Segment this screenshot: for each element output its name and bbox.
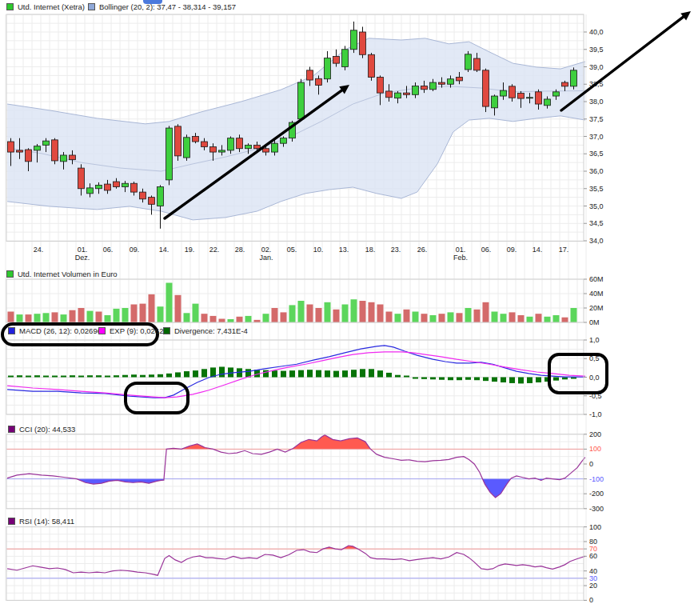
divergence-bar <box>421 378 427 379</box>
candle <box>342 50 349 67</box>
volume-bar <box>193 304 199 322</box>
divergence-swatch-icon <box>163 327 170 334</box>
divergence-bar <box>509 378 515 383</box>
svg-text:20: 20 <box>589 582 597 590</box>
svg-text:-1,0: -1,0 <box>589 410 602 418</box>
volume-bar <box>87 311 94 322</box>
svg-text:0: 0 <box>589 596 593 604</box>
volume-bar <box>465 308 472 322</box>
volume-bar <box>149 294 155 322</box>
candle <box>307 70 313 80</box>
candle <box>34 146 41 150</box>
svg-text:60M: 60M <box>589 275 604 283</box>
svg-text:23.: 23. <box>391 246 401 254</box>
candle <box>298 82 305 119</box>
candle <box>333 56 340 63</box>
divergence-bar <box>571 378 576 379</box>
svg-text:37,0: 37,0 <box>589 133 604 141</box>
candle <box>501 90 507 96</box>
volume-bar <box>52 312 58 322</box>
cci-legend-item: CCI (20): 44,533 <box>8 425 75 434</box>
divergence-bar <box>289 370 295 377</box>
exp-legend-item: EXP (9): 0,02621 <box>98 326 168 335</box>
divergence-bar <box>140 375 146 378</box>
divergence-bar <box>87 375 93 377</box>
svg-text:06.: 06. <box>481 246 492 254</box>
svg-text:01.: 01. <box>456 246 466 254</box>
divergence-bar <box>193 370 198 377</box>
candle <box>448 79 454 85</box>
candle <box>474 58 481 70</box>
volume-bar <box>544 317 551 322</box>
volume-bar <box>272 308 278 322</box>
volume-bar <box>289 305 296 322</box>
volume-bar <box>263 314 269 322</box>
svg-text:24.: 24. <box>34 246 44 254</box>
volume-bar <box>351 299 357 322</box>
divergence-bar <box>26 376 31 378</box>
candle <box>87 188 94 194</box>
divergence-bar <box>333 371 339 378</box>
volume-bar <box>518 315 524 322</box>
svg-text:34,0: 34,0 <box>589 237 604 245</box>
svg-text:19.: 19. <box>185 246 195 254</box>
volume-bar <box>386 312 393 323</box>
candle <box>17 150 23 152</box>
svg-text:-300: -300 <box>589 505 604 513</box>
candle <box>263 149 269 152</box>
divergence-bar <box>369 369 374 377</box>
volume-bar <box>316 308 322 322</box>
divergence-bar <box>307 370 313 377</box>
cci-swatch-icon <box>8 426 15 433</box>
candle <box>8 142 14 152</box>
volume-bar <box>43 313 50 322</box>
svg-text:100: 100 <box>589 523 601 531</box>
svg-text:0M: 0M <box>589 318 600 326</box>
divergence-bar <box>219 366 225 377</box>
volume-bar <box>96 312 102 323</box>
rsi-label: RSI (14): 58,411 <box>19 517 74 526</box>
candle <box>404 93 410 94</box>
volume-bar <box>439 314 445 322</box>
svg-text:26.: 26. <box>417 246 428 254</box>
volume-bar <box>342 305 349 323</box>
volume-bar <box>562 318 568 322</box>
volume-bar <box>298 301 305 322</box>
divergence-bar <box>395 375 401 378</box>
volume-bar <box>509 312 516 322</box>
candle <box>281 138 287 144</box>
volume-bar <box>219 319 225 323</box>
candle <box>492 96 498 108</box>
candle <box>439 82 445 84</box>
candle <box>193 137 199 142</box>
divergence-bar <box>386 373 392 378</box>
divergence-bar <box>184 371 189 377</box>
svg-text:18.: 18. <box>365 246 376 254</box>
volume-bar <box>158 306 164 322</box>
volume-bar <box>492 312 498 323</box>
volume-bar <box>421 314 428 322</box>
volume-bar <box>448 312 454 322</box>
volume-bar <box>483 302 489 322</box>
divergence-bar <box>70 375 75 377</box>
candle <box>518 94 524 99</box>
svg-text:200: 200 <box>589 430 601 438</box>
candle <box>228 138 234 150</box>
divergence-bar <box>342 370 348 377</box>
svg-text:Feb.: Feb. <box>453 254 468 262</box>
svg-text:01.: 01. <box>78 246 88 254</box>
candle <box>131 183 138 192</box>
candle <box>184 138 190 158</box>
candle <box>536 92 542 104</box>
bollinger-label: Bollinger (20, 2): 37,47 - 38,314 - 39,1… <box>99 2 236 11</box>
svg-text:36,0: 36,0 <box>589 167 604 175</box>
divergence-bar <box>448 378 453 381</box>
candle <box>210 147 217 153</box>
candle <box>96 185 102 188</box>
divergence-bar <box>518 378 524 384</box>
divergence-bar <box>413 378 418 379</box>
divergence-bar <box>166 374 172 378</box>
candle <box>219 150 225 152</box>
volume-swatch-icon <box>6 270 14 278</box>
svg-text:Dez.: Dez. <box>75 254 90 262</box>
